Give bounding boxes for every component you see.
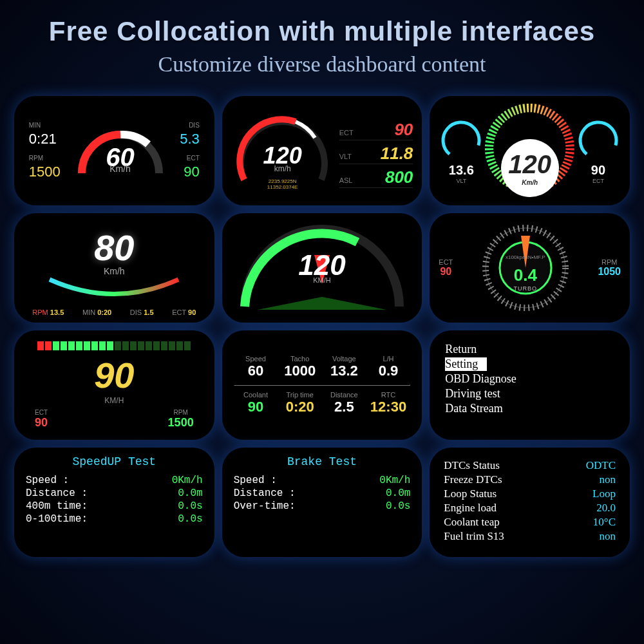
speed-value: 120 — [508, 150, 551, 179]
test-val: 0.0s — [386, 500, 410, 512]
test-val: 0.0s — [178, 500, 202, 512]
stat-value: 12:30 — [370, 399, 406, 415]
menu-tile: Return Setting OBD Diagnose Driving test… — [430, 330, 630, 440]
dis-value: 5.3 — [180, 131, 200, 147]
dtc-status-tile: DTCs StatusODTC Freeze DTCsnon Loop Stat… — [430, 448, 630, 557]
ect-value: 90 — [591, 163, 605, 178]
min-value: 0:21 — [29, 131, 61, 147]
gauge-tile-4: 80 Km/h RPM 13.5 MIN 0:20 DIS 1.5 ECT 90 — [14, 213, 214, 323]
ect-label: ECT — [35, 409, 48, 416]
speed-value: 90 — [23, 354, 205, 396]
test-key: Distance : — [234, 488, 296, 499]
svg-point-0 — [439, 118, 484, 163]
speed-unit: km/h — [231, 164, 334, 173]
speed-gauge-icon: 120Km/h — [484, 102, 576, 199]
stats-row-top: Speed60 Tacho1000 Voltage13.2 L/H0.9 — [234, 355, 411, 379]
ect-label: ECT — [172, 308, 186, 316]
turbo-gauge-icon: x100kpa IN•MF.P 0.4 TURBO — [477, 220, 574, 316]
arc-icon — [43, 276, 185, 298]
speed-gauge-icon: 60 Km/h — [72, 118, 169, 183]
dtc-key: Loop Status — [444, 488, 497, 500]
rpm-value: 1050 — [598, 266, 621, 278]
menu-item-return[interactable]: Return — [445, 342, 614, 357]
menu-item-setting[interactable]: Setting — [445, 357, 614, 372]
speed-unit: KM/H — [222, 276, 422, 284]
rpm-label: RPM — [601, 258, 617, 266]
speed-value: 80 — [94, 227, 134, 269]
test-title: SpeedUP Test — [26, 455, 203, 468]
dtc-val: non — [599, 473, 616, 486]
min-value: 0:20 — [97, 308, 111, 316]
speedup-test-tile: SpeedUP Test Speed :0Km/h Distance :0.0m… — [14, 448, 214, 557]
rpm-label: RPM — [29, 155, 61, 162]
menu-item-driving-test[interactable]: Driving test — [445, 386, 614, 401]
data-table-tile: Speed60 Tacho1000 Voltage13.2 L/H0.9 Coo… — [222, 330, 422, 440]
vlt-mini-gauge: 13.6 VLT — [439, 118, 484, 184]
page-title: Free Collocation with multiple interface… — [0, 16, 644, 47]
gauge-tile-7: 90 KM/H ECT90 RPM1500 — [14, 330, 214, 440]
brake-test-tile: Brake Test Speed :0Km/h Distance :0.0m O… — [222, 448, 422, 557]
dis-label: DIS — [130, 308, 142, 316]
stat-value: 1000 — [284, 363, 316, 379]
stat-label: Trip time — [286, 391, 313, 399]
dtc-val: non — [599, 530, 616, 543]
gauge-tile-3: 13.6 VLT 120Km/h 90 ECT — [430, 96, 630, 205]
speed-gauge-icon: 120 km/h 2235.9225N11352.0374E — [231, 109, 334, 193]
asl-label: ASL — [339, 176, 353, 184]
test-key: 400m time: — [26, 500, 88, 512]
ect-value: 90 — [35, 416, 48, 430]
rpm-label: RPM — [174, 409, 188, 416]
test-val: 0Km/h — [379, 475, 410, 486]
asl-value: 800 — [385, 167, 413, 187]
gauge-tile-5: 120 KM/H — [222, 213, 422, 323]
vlt-label: VLT — [339, 153, 352, 160]
dtc-key: Coolant teap — [444, 516, 499, 529]
stat-label: Speed — [245, 355, 266, 363]
rpm-value: 1500 — [168, 416, 194, 430]
vlt-label: VLT — [456, 178, 466, 184]
test-key: Over-time: — [234, 500, 296, 512]
stat-value: 13.2 — [330, 363, 358, 379]
bar-graph-icon — [23, 341, 205, 350]
gauge-tile-2: 120 km/h 2235.9225N11352.0374E ECT90 VLT… — [222, 96, 422, 205]
ect-mini-gauge: 90 ECT — [576, 118, 621, 184]
ect-value: 90 — [188, 308, 196, 316]
dtc-val: Loop — [592, 488, 616, 500]
test-title: Brake Test — [234, 455, 411, 468]
ect-label: ECT — [592, 178, 604, 184]
page-subtitle: Customize diverse dashboard content — [0, 52, 644, 77]
gauge-tile-1: MIN 0:21 RPM 1500 60 Km/h DIS 5.3 ECT 90 — [14, 96, 214, 205]
ect-value: 90 — [180, 164, 200, 180]
stat-label: RTC — [381, 391, 395, 399]
test-key: Speed : — [26, 475, 69, 486]
dtc-key: DTCs Status — [444, 459, 499, 472]
stat-label: Distance — [330, 391, 358, 399]
test-key: Distance : — [26, 488, 88, 499]
turbo-value: 0.4 — [477, 265, 574, 285]
dtc-val: ODTC — [586, 459, 616, 472]
speed-unit: Km/h — [104, 266, 125, 276]
min-label: MIN — [29, 122, 61, 129]
stat-label: Coolant — [243, 391, 268, 399]
dtc-val: 10°C — [593, 516, 616, 529]
rpm-value: 13.5 — [50, 308, 64, 316]
ect-label: ECT — [339, 129, 354, 137]
test-val: 0.0m — [178, 488, 202, 499]
stat-label: Tacho — [290, 355, 309, 363]
test-key: Speed : — [234, 475, 277, 486]
stat-value: 90 — [248, 399, 263, 415]
speed-unit: Km/h — [72, 164, 169, 174]
gauge-tile-6: ECT 90 x100kpa IN•MF.P 0.4 TURBO RPM 105… — [430, 213, 630, 323]
ect-value: 90 — [394, 120, 413, 140]
menu-item-obd[interactable]: OBD Diagnose — [445, 372, 614, 386]
stat-value: 0.9 — [379, 363, 399, 379]
stat-label: L/H — [383, 355, 393, 363]
menu-item-data-stream[interactable]: Data Stream — [445, 401, 614, 416]
gps-coords: 2235.9225N11352.0374E — [231, 178, 334, 190]
gauge-head: x100kpa IN•MF.P — [477, 254, 574, 260]
dtc-val: 20.0 — [596, 502, 616, 515]
dtc-key: Freeze DTCs — [444, 473, 502, 486]
ect-label: ECT — [180, 155, 200, 162]
rpm-label: RPM — [32, 308, 48, 316]
svg-point-2 — [576, 118, 621, 163]
